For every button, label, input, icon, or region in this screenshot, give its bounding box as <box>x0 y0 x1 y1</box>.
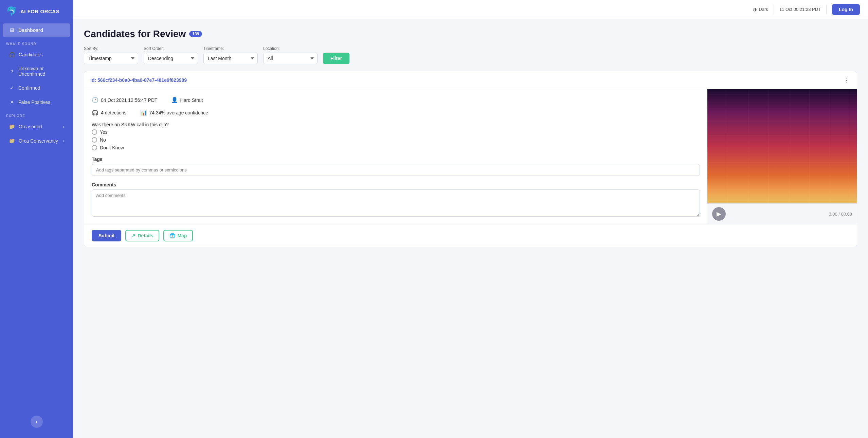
srkw-question-text: Was there an SRKW call in this clip? <box>92 122 700 127</box>
map-label: Map <box>177 233 187 238</box>
app-name: AI FOR ORCAS <box>20 8 59 14</box>
meta-row: 🕐 04 Oct 2021 12:56:47 PDT 👤 Haro Strait <box>92 97 700 103</box>
candidate-card-body: 🕐 04 Oct 2021 12:56:47 PDT 👤 Haro Strait… <box>84 89 857 224</box>
candidate-detections: 4 detections <box>101 110 127 115</box>
srkw-section: Was there an SRKW call in this clip? Yes… <box>92 122 700 150</box>
chevron-right-icon: › <box>63 124 64 129</box>
map-button[interactable]: 🌐 Map <box>163 230 193 241</box>
meta-row-2: 🎧 4 detections 📊 74.34% average confiden… <box>92 109 700 116</box>
sidebar-section-whale: WHALE SOUND <box>0 37 73 48</box>
candidate-confidence: 74.34% average confidence <box>149 110 209 115</box>
page-content: Candidates for Review 139 Sort By: Times… <box>73 19 868 438</box>
sidebar-collapse-button[interactable]: ‹ <box>31 416 43 428</box>
app-logo[interactable]: 🐬 AI FOR ORCAS <box>0 0 73 23</box>
chevron-right-icon: › <box>63 139 64 143</box>
sort-by-label: Sort By: <box>84 46 138 51</box>
moon-icon: ◑ <box>753 7 757 12</box>
submit-button[interactable]: Submit <box>92 230 121 241</box>
folder-icon: 📁 <box>9 124 15 130</box>
sidebar-item-orca-conservancy[interactable]: 📁 Orca Conservancy › <box>3 134 70 148</box>
candidate-id-link[interactable]: Id: 566cf234-b0a0-4ba0-87e7-481e9f823989 <box>90 77 187 83</box>
radio-no[interactable]: No <box>92 137 700 143</box>
timeframe-group: Timeframe: Last Month Last Week Last Day… <box>203 46 258 64</box>
radio-circle-dontknow <box>92 145 97 150</box>
candidate-card-header: Id: 566cf234-b0a0-4ba0-87e7-481e9f823989… <box>84 71 857 89</box>
radio-circle-yes <box>92 129 97 135</box>
map-icon: 🌐 <box>169 233 175 238</box>
location-icon: 👤 <box>171 97 178 103</box>
headphones-small-icon: 🎧 <box>92 109 98 116</box>
details-button[interactable]: ↗ Details <box>125 230 159 241</box>
candidate-card: Id: 566cf234-b0a0-4ba0-87e7-481e9f823989… <box>84 71 857 247</box>
logo-icon: 🐬 <box>6 6 17 17</box>
sidebar-item-orcasound[interactable]: 📁 Orcasound › <box>3 120 70 133</box>
location-select[interactable]: All Haro Strait Orcasound Lab Port Towns… <box>263 53 318 64</box>
tags-input[interactable] <box>92 164 700 176</box>
dark-mode-label: Dark <box>759 7 768 12</box>
radio-yes-label: Yes <box>100 129 108 135</box>
topbar-datetime: 11 Oct 00:21:23 PDT <box>779 7 821 12</box>
sidebar-item-label: Orca Conservancy <box>19 138 58 144</box>
login-button[interactable]: Log In <box>832 4 860 15</box>
filters-row: Sort By: Timestamp Confidence Location D… <box>84 46 857 64</box>
filter-button[interactable]: Filter <box>323 53 349 64</box>
radio-no-label: No <box>100 137 106 143</box>
sidebar-item-false-positives[interactable]: ✕ False Positives <box>3 95 70 109</box>
comments-textarea[interactable] <box>92 189 700 217</box>
audio-controls: ▶ 0.00 / 00.00 <box>707 203 857 224</box>
candidate-visual-panel: ▶ 0.00 / 00.00 <box>707 89 857 224</box>
sort-order-group: Sort Order: Descending Ascending <box>144 46 198 64</box>
folder-icon: 📁 <box>9 138 15 144</box>
location-group: Location: All Haro Strait Orcasound Lab … <box>263 46 318 64</box>
sidebar-item-label: Unknown or Unconfirmed <box>18 66 64 77</box>
dark-mode-toggle[interactable]: ◑ Dark <box>753 7 768 12</box>
timeframe-select[interactable]: Last Month Last Week Last Day All Time <box>203 53 258 64</box>
sidebar-item-label: Dashboard <box>18 28 43 33</box>
audio-time: 0.00 / 00.00 <box>829 212 852 217</box>
headphones-icon: 🎧 <box>9 52 15 58</box>
page-title-row: Candidates for Review 139 <box>84 29 857 39</box>
confidence-meta: 📊 74.34% average confidence <box>140 109 209 116</box>
candidate-count-badge: 139 <box>189 31 202 37</box>
radio-yes[interactable]: Yes <box>92 129 700 135</box>
spectrogram-image <box>707 89 857 203</box>
sidebar-item-confirmed[interactable]: ✓ Confirmed <box>3 81 70 95</box>
sidebar-item-candidates[interactable]: 🎧 Candidates <box>3 48 70 61</box>
radio-dontknow-label: Don't Know <box>100 145 124 150</box>
candidate-info-panel: 🕐 04 Oct 2021 12:56:47 PDT 👤 Haro Strait… <box>84 89 707 224</box>
question-icon: ? <box>9 69 15 74</box>
clock-icon: 🕐 <box>92 97 98 103</box>
main-content: ◑ Dark 11 Oct 00:21:23 PDT Log In Candid… <box>73 0 868 438</box>
sidebar-item-label: Confirmed <box>18 85 40 91</box>
timestamp-meta: 🕐 04 Oct 2021 12:56:47 PDT <box>92 97 158 103</box>
sidebar-item-label: Orcasound <box>19 124 42 129</box>
radio-dontknow[interactable]: Don't Know <box>92 145 700 150</box>
sidebar-item-unknown[interactable]: ? Unknown or Unconfirmed <box>3 62 70 80</box>
location-meta: 👤 Haro Strait <box>171 97 203 103</box>
sidebar-item-label: False Positives <box>18 99 50 105</box>
comments-label: Comments <box>92 182 700 187</box>
sidebar-section-explore: EXPLORE <box>0 109 73 120</box>
dashboard-icon: ⊞ <box>9 27 15 33</box>
sort-order-label: Sort Order: <box>144 46 198 51</box>
tags-section: Tags <box>92 157 700 176</box>
sidebar: 🐬 AI FOR ORCAS ⊞ Dashboard WHALE SOUND 🎧… <box>0 0 73 438</box>
tags-label: Tags <box>92 157 700 162</box>
candidate-location: Haro Strait <box>180 97 203 103</box>
radio-circle-no <box>92 137 97 143</box>
location-label: Location: <box>263 46 318 51</box>
detections-meta: 🎧 4 detections <box>92 109 127 116</box>
chart-icon: 📊 <box>140 109 147 116</box>
sort-by-select[interactable]: Timestamp Confidence Location Detections <box>84 53 138 64</box>
candidate-menu-button[interactable]: ⋮ <box>843 76 851 84</box>
details-label: Details <box>138 233 153 238</box>
play-button[interactable]: ▶ <box>712 207 726 221</box>
sort-order-select[interactable]: Descending Ascending <box>144 53 198 64</box>
sort-by-group: Sort By: Timestamp Confidence Location D… <box>84 46 138 64</box>
page-title: Candidates for Review <box>84 29 186 39</box>
topbar-divider <box>774 5 774 14</box>
candidate-timestamp: 04 Oct 2021 12:56:47 PDT <box>101 97 158 103</box>
topbar-divider2 <box>826 5 827 14</box>
sidebar-item-dashboard[interactable]: ⊞ Dashboard <box>3 23 70 37</box>
timeframe-label: Timeframe: <box>203 46 258 51</box>
